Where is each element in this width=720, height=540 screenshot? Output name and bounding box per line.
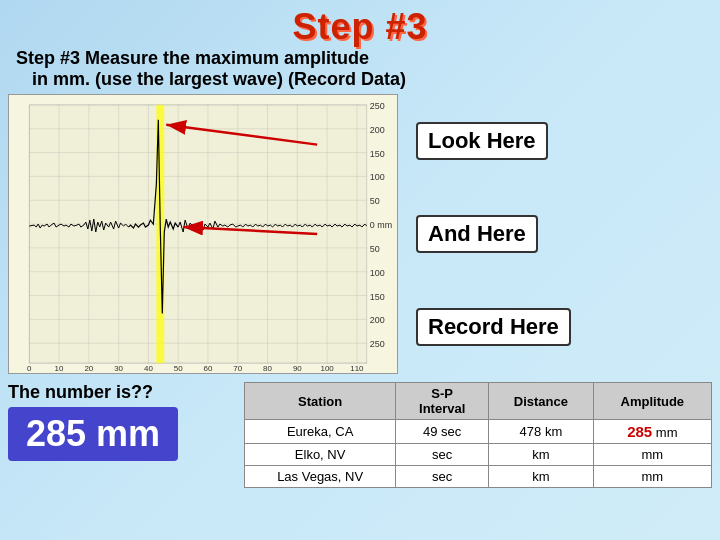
svg-text:100: 100 <box>370 172 385 182</box>
cell-station: Las Vegas, NV <box>245 466 396 488</box>
page-title: Step #3 <box>0 0 720 48</box>
table-row: Las Vegas, NVseckmmm <box>245 466 712 488</box>
main-content: 250 200 150 100 50 0 mm 50 100 150 200 2… <box>0 94 720 374</box>
cell-distance: 478 km <box>489 420 594 444</box>
answer-box: 285 mm <box>8 407 178 461</box>
svg-text:150: 150 <box>370 149 385 159</box>
look-here-annotation: Look Here <box>416 122 712 160</box>
svg-text:60: 60 <box>204 364 213 373</box>
svg-text:250: 250 <box>370 339 385 349</box>
svg-text:30: 30 <box>114 364 123 373</box>
svg-text:70: 70 <box>233 364 242 373</box>
col-amplitude: Amplitude <box>593 383 711 420</box>
subtitle-line1: Step #3 Measure the maximum amplitude <box>0 48 720 69</box>
look-here-label: Look Here <box>416 122 548 160</box>
col-distance: Distance <box>489 383 594 420</box>
cell-sp: sec <box>396 466 489 488</box>
cell-amplitude: mm <box>593 444 711 466</box>
svg-text:110: 110 <box>350 364 364 373</box>
and-here-label: And Here <box>416 215 538 253</box>
svg-text:50: 50 <box>174 364 183 373</box>
svg-text:200: 200 <box>370 315 385 325</box>
svg-text:100: 100 <box>370 268 385 278</box>
table-row: Elko, NVseckmmm <box>245 444 712 466</box>
left-bottom: The number is?? 285 mm <box>8 382 228 461</box>
cell-station: Elko, NV <box>245 444 396 466</box>
record-here-label: Record Here <box>416 308 571 346</box>
svg-text:90: 90 <box>293 364 302 373</box>
seismograph: 250 200 150 100 50 0 mm 50 100 150 200 2… <box>8 94 398 374</box>
svg-text:250: 250 <box>370 101 385 111</box>
svg-text:100: 100 <box>320 364 334 373</box>
svg-text:50: 50 <box>370 196 380 206</box>
svg-text:50: 50 <box>370 244 380 254</box>
chart-container: 250 200 150 100 50 0 mm 50 100 150 200 2… <box>8 94 398 374</box>
cell-amplitude: mm <box>593 466 711 488</box>
cell-sp: sec <box>396 444 489 466</box>
record-here-annotation: Record Here <box>416 308 712 346</box>
svg-text:80: 80 <box>263 364 272 373</box>
svg-text:0 mm: 0 mm <box>370 220 392 230</box>
svg-text:150: 150 <box>370 292 385 302</box>
cell-amplitude: 285 mm <box>593 420 711 444</box>
annotations-panel: Look Here And Here Record Here <box>406 94 712 374</box>
svg-text:200: 200 <box>370 125 385 135</box>
subtitle-line2: in mm. (use the largest wave) (Record Da… <box>0 69 720 90</box>
col-sp: S-PInterval <box>396 383 489 420</box>
number-label: The number is?? <box>8 382 228 403</box>
and-here-annotation: And Here <box>416 215 712 253</box>
svg-text:10: 10 <box>55 364 64 373</box>
svg-text:40: 40 <box>144 364 153 373</box>
col-station: Station <box>245 383 396 420</box>
cell-distance: km <box>489 466 594 488</box>
svg-text:20: 20 <box>84 364 93 373</box>
bottom-section: The number is?? 285 mm Station S-PInterv… <box>0 382 720 488</box>
cell-station: Eureka, CA <box>245 420 396 444</box>
table-row: Eureka, CA49 sec478 km285 mm <box>245 420 712 444</box>
data-table: Station S-PInterval Distance Amplitude E… <box>244 382 712 488</box>
svg-text:0: 0 <box>27 364 32 373</box>
cell-distance: km <box>489 444 594 466</box>
cell-sp: 49 sec <box>396 420 489 444</box>
